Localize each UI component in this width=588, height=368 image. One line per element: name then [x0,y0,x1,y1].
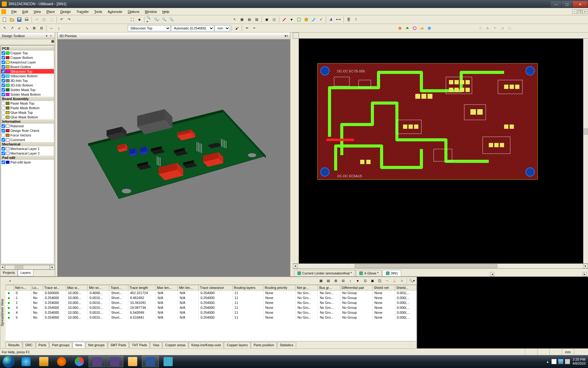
taskbar-ie[interactable] [17,356,35,367]
sheet-tab[interactable]: Keep-ins/Keep-outs [189,342,224,348]
linewidth-button[interactable]: ━ [243,25,250,32]
tray-volume-icon[interactable] [565,359,570,364]
layer-checkbox[interactable] [2,151,5,155]
doc-tab-0[interactable]: Current Limiter simmulationfinal * [294,270,355,276]
layer-item[interactable]: Paste Mask Bottom [1,105,54,110]
tool-3[interactable]: ▥ [253,16,260,23]
layer-item[interactable]: Silkscreen Bottom [1,74,54,78]
layer-item[interactable]: Force Vectors [1,133,54,137]
print-button[interactable] [23,16,30,23]
column-header[interactable] [6,285,14,290]
mdi-minimize[interactable]: – [572,10,577,14]
mdi-restore[interactable]: ❐ [577,10,582,14]
layer-checkbox[interactable] [2,74,5,78]
via-tool[interactable] [303,16,310,23]
align-6[interactable]: ⊟ [38,25,45,32]
align-8[interactable]: ↕ [55,25,62,32]
layer-checkbox[interactable] [2,160,5,164]
column-header[interactable]: Shield... [395,285,416,290]
sheet-btn-3[interactable]: ⊞ [332,278,339,284]
tool-4[interactable]: ▣ [263,16,270,23]
sheet-grid[interactable]: Net n...Lo...Trace wi...Max w...Min wi..… [6,285,417,341]
3d-tool-2[interactable] [404,25,411,32]
taskbar-folder[interactable] [124,356,141,367]
2d-hscroll[interactable]: ◄► [293,263,588,268]
sheet-btn-5[interactable]: ↕ [347,278,354,284]
sheet-tab[interactable]: Statistics [277,342,296,348]
menu-autoroute[interactable]: Autoroute [105,9,125,14]
trace-tool[interactable] [310,16,317,23]
align-4[interactable]: ↘ [23,25,30,32]
sheet-tab[interactable]: Part groups [49,342,72,348]
column-header[interactable]: Topol... [109,285,128,290]
align-7[interactable]: ↔ [48,25,55,32]
maximize-button[interactable]: ▢ [562,1,572,7]
layer-group[interactable]: Information [1,119,54,124]
tab-layers[interactable]: Layers [18,270,33,276]
undo-button[interactable]: ↶ [58,16,65,23]
minimize-button[interactable]: — [551,1,561,7]
splitter-left[interactable] [55,33,58,276]
tool-5[interactable]: ◫ [271,16,277,23]
nav-1[interactable]: ⊹ [477,25,484,32]
layer-checkbox[interactable] [2,124,5,128]
layer-item[interactable]: Paste Mask Top [1,101,54,105]
cut-button[interactable]: ✂ [33,16,40,23]
close-button[interactable]: ✕ [573,1,587,7]
taskbar-app3[interactable] [160,356,177,367]
sheet-btn-4[interactable]: ⊟ [340,278,346,284]
taskbar-explorer[interactable] [35,356,52,367]
tab-nav-left[interactable]: ◄ [490,272,494,276]
layer-checkbox[interactable] [2,56,5,59]
table-row[interactable]: ●1No0.25400010.000...0.0010...Short...8.… [6,295,417,300]
line-tool[interactable] [281,16,288,23]
zoom-fit-button[interactable]: 🔍 [168,16,175,23]
column-header[interactable]: Min len... [178,285,198,290]
layer-item[interactable]: 3D-Info Top [1,78,54,83]
panel-close[interactable]: × [49,34,53,38]
sheet-btn-9[interactable]: ⿻ [376,278,383,284]
layer-item[interactable]: Copper Top [1,51,54,55]
menu-edit[interactable]: Edit [20,9,31,14]
nav-3[interactable]: ↖ [492,25,498,32]
menu-place[interactable]: Place [43,9,58,14]
taskbar-word[interactable] [142,356,159,367]
tool-2[interactable]: ▤ [246,16,253,23]
layer-checkbox[interactable] [2,106,5,110]
sheet-btn-7[interactable]: ⊡ [362,278,368,284]
layer-item[interactable]: Mechanical Layer 1 [1,146,54,151]
unit-select[interactable]: mm [215,25,230,31]
layer-checkbox[interactable] [2,65,5,69]
table-row[interactable]: ●2No0.25400010.000...0.0010...Short...10… [6,300,417,305]
layer-checkbox[interactable] [2,115,5,119]
grid-select[interactable]: Automatic (0.254000) [171,25,214,31]
layer-checkbox[interactable] [2,60,5,64]
dim-tool[interactable]: ⟷ [335,16,342,23]
layer-checkbox[interactable] [2,129,5,132]
column-header[interactable]: Min wi... [88,285,109,290]
layer-checkbox[interactable] [2,111,5,114]
align-2[interactable]: ↗ [9,25,15,32]
paste-button[interactable]: 📋 [48,16,55,23]
sheet-btn-10[interactable]: ✂ [384,278,390,284]
clock[interactable]: 2:25 PM4/8/2010 [572,358,586,366]
save-button[interactable] [16,16,23,23]
spreadsheet-label[interactable]: Spreadsheet View [0,277,6,348]
layer-group[interactable]: Pad edit [1,155,54,160]
tree-hscroll[interactable]: ◄► [0,265,55,270]
column-header[interactable]: Differential pair [340,285,372,290]
splitter-center[interactable] [290,33,293,276]
layer-item[interactable]: Solder Mask Top [1,87,54,92]
layer-item[interactable]: Ratsnest [1,124,54,128]
fullscreen-button[interactable]: ⛶ [129,16,135,23]
sheet-tab[interactable]: DRC [23,342,36,348]
system-tray[interactable]: ▲ 2:25 PM4/8/2010 [546,358,586,366]
sheet-tab[interactable]: Results [6,342,22,348]
column-header[interactable]: Max len... [156,285,178,290]
menu-view[interactable]: View [31,9,44,14]
layer-item[interactable]: Pad edit layer [1,160,54,164]
layer-item[interactable]: Keepin/out Layer [1,60,54,64]
2d-canvas[interactable]: DC-DC EC7B-S05 DC-DC EC6AU5 [299,39,583,263]
column-header[interactable]: Net n... [14,285,31,290]
column-header[interactable]: Bus gr... [318,285,340,290]
